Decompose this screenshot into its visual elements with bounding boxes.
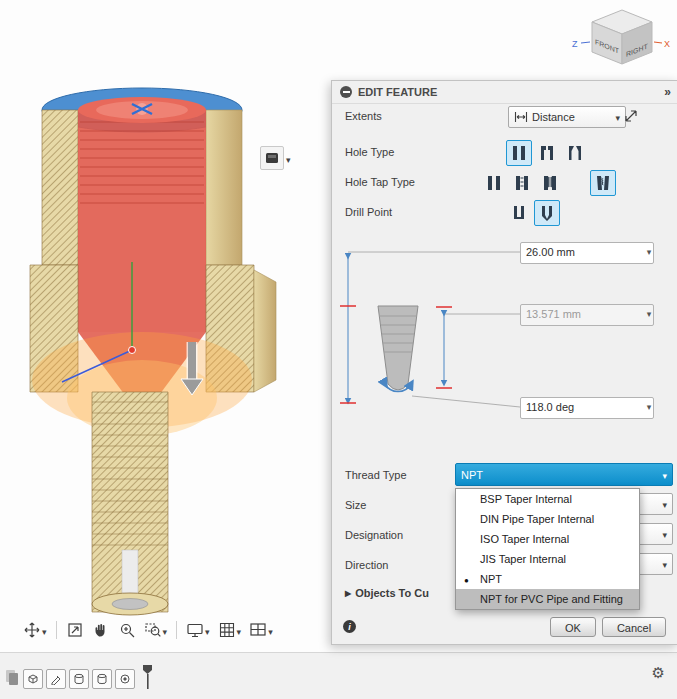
display-mode-caret-icon[interactable] [286,149,291,167]
designation-label: Designation [345,525,403,545]
timeline-bar [0,652,677,699]
objects-to-cut-label: Objects To Cu [355,583,429,603]
dialog-header[interactable]: EDIT FEATURE [332,81,677,104]
direction-caret-icon [662,558,667,570]
viewports-button[interactable] [246,619,276,641]
size-label: Size [345,495,366,515]
thread-type-select[interactable]: NPT [455,463,673,486]
drill-point-flat-button[interactable] [506,200,532,226]
fit-caret-icon[interactable] [163,621,168,639]
menu-item-jis-taper-internal[interactable]: JIS Taper Internal [456,549,639,569]
leader-angle [412,396,520,407]
radio-selected-icon [464,569,469,589]
menu-item-bsp-taper-internal[interactable]: BSP Taper Internal [456,489,639,509]
drill-point-angle-button[interactable] [534,200,560,226]
timeline-feature-box-icon[interactable] [23,669,43,689]
tap-drill-field-caret-icon [643,304,655,324]
orbit-button[interactable] [20,619,50,641]
toolbar-divider [176,621,177,639]
hole-tap-type-label: Hole Tap Type [345,172,415,192]
feature-dot-icon [340,86,352,98]
angle-field-caret-icon[interactable] [643,397,655,417]
view-cube[interactable]: FRONT RIGHT Z X [570,2,674,68]
hole-dimension-diagram [334,236,522,441]
tap-drill-diameter-field: 13.571 mm [520,304,654,326]
x-axis-label: X [664,39,670,49]
depth-field-caret-icon[interactable] [643,242,655,262]
timeline-settings-gear-icon[interactable] [652,665,665,680]
look-at-button[interactable] [63,619,87,641]
flange-face-right[interactable] [254,270,276,392]
extents-select[interactable]: Distance [508,106,626,128]
navigation-toolbar [20,616,276,644]
menu-item-iso-taper-internal[interactable]: ISO Taper Internal [456,529,639,549]
hole-type-simple-button[interactable] [506,140,532,166]
display-settings-button[interactable] [183,619,213,641]
display-mode-widget[interactable] [260,146,291,170]
menu-item-din-pipe-taper-internal[interactable]: DIN Pipe Taper Internal [456,509,639,529]
hole-type-label: Hole Type [345,142,394,162]
drill-point-label: Drill Point [345,202,392,222]
display-settings-caret-icon[interactable] [205,621,210,639]
distance-extent-icon [514,111,528,123]
timeline-feature-cylinder-icon[interactable] [92,669,112,689]
tap-type-clearance-button[interactable] [509,170,535,196]
hole-preview-bore[interactable] [78,110,206,332]
dialog-title: EDIT FEATURE [358,86,437,98]
toolbar-divider [56,621,57,639]
tap-type-tapped-button[interactable] [537,170,563,196]
model-wall-right[interactable] [206,110,242,265]
model-section-wall-left[interactable] [42,110,78,265]
timeline-position-marker[interactable] [142,664,154,694]
tap-type-taper-tapped-button[interactable] [590,170,616,196]
timeline-feature-hole-icon[interactable] [115,669,135,689]
designation-caret-icon [662,528,667,540]
grid-caret-icon[interactable] [237,621,242,639]
x-axis-tick [654,42,662,43]
hole-type-countersink-button[interactable] [562,140,588,166]
timeline-feature-sketch-icon[interactable] [46,669,66,689]
menu-item-npt-label: NPT [480,573,502,585]
direction-label: Direction [345,555,388,575]
orbit-caret-icon[interactable] [42,621,47,639]
menu-item-npt[interactable]: NPT [456,569,639,589]
tap-type-simple-button[interactable] [481,170,507,196]
hole-profile [378,306,418,390]
thread-type-caret-icon [662,469,667,481]
timeline-feature-cylinder-icon[interactable] [69,669,89,689]
depth-field[interactable]: 26.00 mm [520,242,654,264]
timeline-row [4,664,154,694]
viewports-caret-icon[interactable] [268,621,273,639]
extents-label: Extents [345,106,382,126]
expand-panel-icon[interactable] [664,85,670,99]
zoom-button[interactable] [115,619,139,641]
thread-type-menu: BSP Taper Internal DIN Pipe Taper Intern… [455,488,640,610]
info-icon[interactable] [343,620,356,633]
point-angle-field[interactable]: 118.0 deg [520,397,654,419]
objects-to-cut-section[interactable]: Objects To Cu [345,583,429,603]
cancel-button[interactable]: Cancel [602,617,666,637]
hole-type-counterbore-button[interactable] [534,140,560,166]
z-axis-tick [581,42,590,43]
flip-direction-icon[interactable] [620,105,642,127]
thread-type-value: NPT [461,469,658,481]
fit-zoom-window-button[interactable] [141,619,171,641]
ok-button[interactable]: OK [550,617,596,637]
display-mode-icon[interactable] [260,146,284,170]
origin-point[interactable] [129,347,136,354]
3d-model[interactable] [28,80,278,628]
grid-snaps-button[interactable] [215,619,245,641]
timeline-history-icon[interactable] [4,667,20,691]
pan-button[interactable] [89,619,113,641]
extents-value: Distance [532,111,611,123]
disclosure-triangle-icon[interactable] [345,582,351,604]
pipe-bottom-bore [112,599,148,610]
thread-type-label: Thread Type [345,465,407,485]
menu-item-npt-for-pvc[interactable]: NPT for PVC Pipe and Fitting [456,589,639,609]
z-axis-label: Z [572,39,578,49]
size-caret-icon [662,498,667,510]
